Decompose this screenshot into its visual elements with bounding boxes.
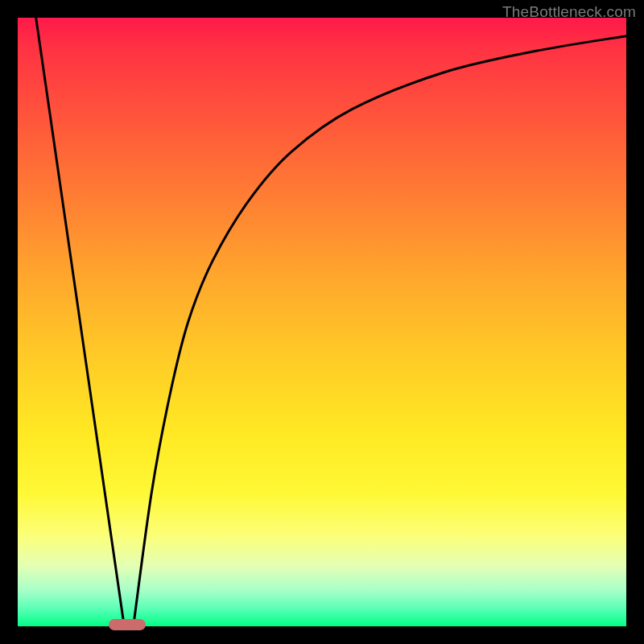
left-line-path bbox=[36, 18, 125, 626]
chart-lines bbox=[18, 18, 626, 626]
attribution-text: TheBottleneck.com bbox=[502, 3, 636, 21]
plot-area bbox=[18, 18, 626, 626]
chart-container: TheBottleneck.com bbox=[0, 0, 644, 644]
right-curve-path bbox=[134, 36, 626, 626]
optimal-marker bbox=[109, 619, 145, 630]
